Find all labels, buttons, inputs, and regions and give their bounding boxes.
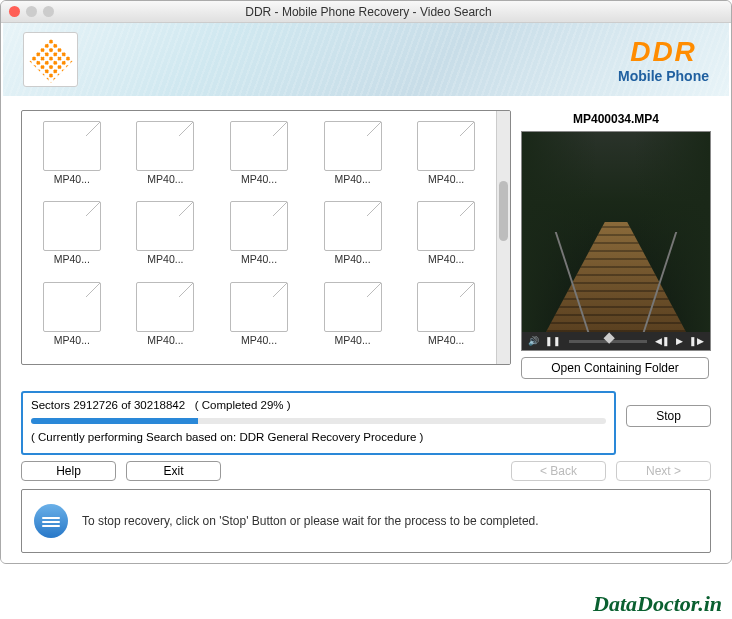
file-label: MP40...: [428, 253, 464, 265]
file-item[interactable]: MP40...: [309, 282, 397, 354]
stop-button[interactable]: Stop: [626, 405, 711, 427]
file-icon: [324, 201, 382, 251]
file-item[interactable]: MP40...: [28, 201, 116, 273]
progress-status: ( Currently performing Search based on: …: [31, 431, 606, 443]
open-folder-button[interactable]: Open Containing Folder: [521, 357, 709, 379]
help-button[interactable]: Help: [21, 461, 116, 481]
info-icon: [34, 504, 68, 538]
file-item[interactable]: MP40...: [402, 121, 490, 193]
preview-image: [522, 132, 710, 332]
file-label: MP40...: [241, 253, 277, 265]
file-item[interactable]: MP40...: [28, 282, 116, 354]
file-icon: [324, 121, 382, 171]
seek-bar[interactable]: [569, 340, 647, 343]
hint-text: To stop recovery, click on 'Stop' Button…: [82, 514, 539, 528]
file-icon: [43, 282, 101, 332]
file-icon: [43, 201, 101, 251]
progress-bar: [31, 418, 606, 424]
file-item[interactable]: MP40...: [28, 121, 116, 193]
volume-icon[interactable]: 🔊: [528, 336, 539, 346]
preview-filename: MP400034.MP4: [521, 110, 711, 131]
video-controls[interactable]: 🔊❚❚ ◀❚▶❚▶: [522, 332, 710, 350]
file-label: MP40...: [241, 173, 277, 185]
file-label: MP40...: [54, 334, 90, 346]
file-item[interactable]: MP40...: [309, 121, 397, 193]
file-icon: [230, 121, 288, 171]
file-icon: [417, 282, 475, 332]
sectors-text: Sectors 2912726 of 30218842 ( Completed …: [31, 399, 606, 411]
file-label: MP40...: [147, 253, 183, 265]
file-label: MP40...: [428, 173, 464, 185]
file-label: MP40...: [147, 173, 183, 185]
titlebar: DDR - Mobile Phone Recovery - Video Sear…: [1, 1, 731, 23]
file-label: MP40...: [54, 173, 90, 185]
pause-icon[interactable]: ❚❚: [545, 336, 561, 346]
next-button: Next >: [616, 461, 711, 481]
file-label: MP40...: [54, 253, 90, 265]
file-item[interactable]: MP40...: [215, 121, 303, 193]
file-icon: [230, 201, 288, 251]
content-area: MP40...MP40...MP40...MP40...MP40...MP40.…: [1, 98, 731, 563]
prev-icon[interactable]: ◀❚: [655, 336, 670, 346]
brand-ddr: DDR: [618, 36, 709, 68]
file-item[interactable]: MP40...: [309, 201, 397, 273]
next-icon[interactable]: ❚▶: [689, 336, 704, 346]
scrollbar[interactable]: [496, 111, 510, 364]
file-icon: [136, 201, 194, 251]
file-label: MP40...: [428, 334, 464, 346]
app-window: DDR - Mobile Phone Recovery - Video Sear…: [0, 0, 732, 564]
file-icon: [43, 121, 101, 171]
file-icon: [136, 282, 194, 332]
file-item[interactable]: MP40...: [402, 201, 490, 273]
file-grid: MP40...MP40...MP40...MP40...MP40...MP40.…: [22, 111, 496, 364]
file-label: MP40...: [241, 334, 277, 346]
file-icon: [136, 121, 194, 171]
file-icon: [230, 282, 288, 332]
app-logo: [23, 32, 78, 87]
brand-subtitle: Mobile Phone: [618, 68, 709, 84]
progress-box: Sectors 2912726 of 30218842 ( Completed …: [21, 391, 616, 455]
window-title: DDR - Mobile Phone Recovery - Video Sear…: [14, 5, 723, 19]
file-item[interactable]: MP40...: [215, 282, 303, 354]
file-item[interactable]: MP40...: [122, 282, 210, 354]
scroll-thumb[interactable]: [499, 181, 508, 241]
file-label: MP40...: [147, 334, 183, 346]
watermark: DataDoctor.in: [593, 591, 722, 617]
banner: DDR Mobile Phone: [1, 23, 731, 98]
play-icon[interactable]: ▶: [676, 336, 683, 346]
video-preview: 🔊❚❚ ◀❚▶❚▶: [521, 131, 711, 351]
file-icon: [324, 282, 382, 332]
file-item[interactable]: MP40...: [122, 201, 210, 273]
back-button: < Back: [511, 461, 606, 481]
exit-button[interactable]: Exit: [126, 461, 221, 481]
file-item[interactable]: MP40...: [122, 121, 210, 193]
file-label: MP40...: [335, 173, 371, 185]
file-item[interactable]: MP40...: [215, 201, 303, 273]
file-item[interactable]: MP40...: [402, 282, 490, 354]
file-icon: [417, 121, 475, 171]
file-panel: MP40...MP40...MP40...MP40...MP40...MP40.…: [21, 110, 511, 365]
hint-box: To stop recovery, click on 'Stop' Button…: [21, 489, 711, 553]
file-icon: [417, 201, 475, 251]
file-label: MP40...: [335, 334, 371, 346]
preview-panel: MP400034.MP4 🔊❚❚ ◀❚▶❚▶ Open Containing F…: [521, 110, 711, 379]
brand: DDR Mobile Phone: [618, 36, 709, 84]
file-label: MP40...: [335, 253, 371, 265]
